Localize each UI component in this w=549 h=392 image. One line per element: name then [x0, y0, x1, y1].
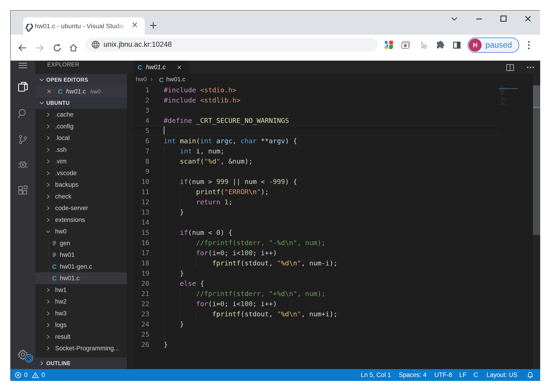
browser-menu-icon[interactable]: [524, 40, 534, 50]
screenshot-extension-icon[interactable]: [401, 40, 411, 50]
side-panel-icon[interactable]: [452, 40, 462, 50]
code-line-20[interactable]: 20 else {: [134, 278, 540, 288]
code-line-2[interactable]: 2#include <stdlib.h>: [134, 95, 540, 105]
run-debug-activity-icon[interactable]: [17, 159, 29, 170]
tree-item-socket-programming-[interactable]: Socket-Programming...: [35, 343, 127, 354]
tree-item-hw2[interactable]: hw2: [35, 296, 127, 308]
search-activity-icon[interactable]: [17, 108, 29, 119]
tab-search-chevron-icon[interactable]: [449, 14, 459, 24]
code-line-18[interactable]: 18 fprintf(stdout, "%d\n", num-i);: [134, 258, 540, 268]
url-text[interactable]: unix.jbnu.ac.kr:10248: [104, 38, 172, 52]
folder-section-header[interactable]: UBUNTU: [35, 97, 127, 109]
code-lines: 1#include <stdio.h>2#include <stdlib.h>3…: [134, 85, 540, 350]
code-text: for(i=0; i<100; i++): [164, 248, 277, 258]
code-editor[interactable]: 1#include <stdio.h>2#include <stdlib.h>3…: [134, 84, 540, 369]
chevron-right-icon: [45, 123, 51, 130]
encoding-status[interactable]: UTF-8: [434, 369, 452, 381]
code-line-12[interactable]: 12 return 1;: [134, 197, 540, 207]
code-line-23[interactable]: 23 fprintf(stdout, "%d\n", num+i);: [134, 309, 540, 319]
code-line-15[interactable]: 15 if(num < 0) {: [134, 227, 540, 238]
tree-item-extensions[interactable]: extensions: [35, 214, 127, 226]
window-minimize-button[interactable]: [474, 14, 484, 24]
code-line-9[interactable]: 9: [134, 166, 540, 176]
tree-item--ssh[interactable]: .ssh: [35, 144, 127, 156]
code-line-13[interactable]: 13 }: [134, 207, 540, 217]
code-line-21[interactable]: 21 //fprintf(stderr, "+%d\n", num);: [134, 288, 540, 299]
open-editor-path: hw0: [90, 86, 100, 97]
tree-item--vscode[interactable]: .vscode: [35, 167, 127, 179]
back-button[interactable]: [17, 43, 27, 53]
tree-item-logs[interactable]: logs: [35, 319, 127, 331]
code-line-17[interactable]: 17 for(i=0; i<100; i++): [134, 248, 540, 258]
site-info-globe-icon[interactable]: [91, 40, 100, 49]
open-editors-section-header[interactable]: OPEN EDITORS: [35, 74, 127, 86]
code-line-19[interactable]: 19 }: [134, 268, 540, 278]
page-scrollbar-thumb-upper[interactable]: [533, 85, 540, 107]
code-line-24[interactable]: 24 }: [134, 319, 540, 329]
code-line-26[interactable]: 26}: [134, 339, 540, 350]
cursor-disabled-extension-icon[interactable]: [419, 40, 429, 50]
tree-item--cache[interactable]: .cache: [35, 109, 127, 120]
code-line-5[interactable]: 5: [134, 126, 540, 136]
window-close-button[interactable]: [523, 14, 533, 24]
line-number: 19: [134, 268, 149, 278]
tree-item-hw1[interactable]: hw1: [35, 284, 127, 296]
editor-more-actions-icon[interactable]: [526, 64, 535, 70]
tree-item-result[interactable]: result: [35, 331, 127, 343]
profile-chip[interactable]: H paused: [468, 37, 519, 53]
code-line-25[interactable]: 25: [134, 329, 540, 339]
tree-item--vim[interactable]: .vim: [35, 155, 127, 167]
problems-status[interactable]: 0 0: [14, 369, 45, 381]
keyboard-layout-status[interactable]: Layout: US: [486, 369, 518, 381]
explorer-activity-icon[interactable]: [17, 81, 29, 92]
code-line-6[interactable]: 6int main(int argc, char **argv) {: [134, 136, 540, 146]
tree-item-code-server[interactable]: code-server: [35, 202, 127, 214]
code-line-3[interactable]: 3: [134, 105, 540, 115]
editor-tab-hw01c[interactable]: C hw01.c: [134, 61, 189, 74]
tree-item-check[interactable]: check: [35, 191, 127, 203]
new-tab-button[interactable]: [148, 20, 158, 31]
code-line-8[interactable]: 8 scanf("%d", &num);: [134, 156, 540, 166]
code-line-10[interactable]: 10 if(num > 999 || num < -999) {: [134, 176, 540, 187]
forward-button[interactable]: [35, 43, 45, 53]
reload-button[interactable]: [52, 43, 62, 53]
close-editor-tab-icon[interactable]: [176, 64, 182, 70]
home-button[interactable]: [68, 43, 78, 53]
application-menu-icon[interactable]: [17, 60, 29, 71]
extensions-activity-icon[interactable]: [17, 185, 29, 196]
breadcrumb-file[interactable]: hw01.c: [166, 74, 185, 84]
cursor-position-status[interactable]: Ln 5, Col 1: [361, 369, 391, 381]
outline-section-header[interactable]: OUTLINE: [35, 357, 127, 369]
profile-avatar[interactable]: H: [469, 39, 482, 52]
extensions-puzzle-icon[interactable]: [435, 40, 445, 50]
language-status[interactable]: C: [473, 369, 478, 381]
code-line-7[interactable]: 7 int i, num;: [134, 146, 540, 156]
close-editor-icon[interactable]: [46, 88, 52, 95]
sync-paused-label: paused: [485, 38, 512, 52]
open-editor-item[interactable]: C hw01.c hw0: [35, 86, 127, 97]
address-bar[interactable]: unix.jbnu.ac.kr:10248: [85, 38, 378, 52]
tree-item-hw0[interactable]: hw0: [35, 226, 127, 238]
google-extension-icon[interactable]: [384, 40, 394, 50]
warning-count: 0: [42, 371, 45, 378]
indentation-status[interactable]: Spaces: 4: [399, 369, 427, 381]
browser-tab[interactable]: hw01.c - ubuntu - Visual Studio Code: [23, 17, 145, 35]
code-line-16[interactable]: 16 //fprintf(stderr, "-%d\n", num);: [134, 238, 540, 248]
code-line-1[interactable]: 1#include <stdio.h>: [134, 85, 540, 95]
source-control-activity-icon[interactable]: [17, 134, 29, 145]
code-line-22[interactable]: 22 for(i=0; i<100; i++): [134, 299, 540, 309]
breadcrumb-folder[interactable]: hw0: [136, 74, 147, 84]
notifications-bell-icon[interactable]: [527, 371, 534, 378]
tree-item--local[interactable]: .local: [35, 132, 127, 144]
eol-status[interactable]: LF: [459, 369, 467, 381]
tree-item--config[interactable]: .config: [35, 120, 127, 132]
page-scrollbar-thumb[interactable]: [533, 108, 540, 235]
code-line-4[interactable]: 4#define _CRT_SECURE_NO_WARNINGS: [134, 115, 540, 126]
tree-item-backups[interactable]: backups: [35, 179, 127, 191]
window-maximize-button[interactable]: [498, 14, 508, 24]
tree-item-hw3[interactable]: hw3: [35, 308, 127, 319]
tab-close-icon[interactable]: [130, 20, 140, 30]
code-line-11[interactable]: 11 printf("ERROR\n");: [134, 187, 540, 197]
split-editor-icon[interactable]: [506, 64, 515, 71]
code-line-14[interactable]: 14: [134, 217, 540, 227]
